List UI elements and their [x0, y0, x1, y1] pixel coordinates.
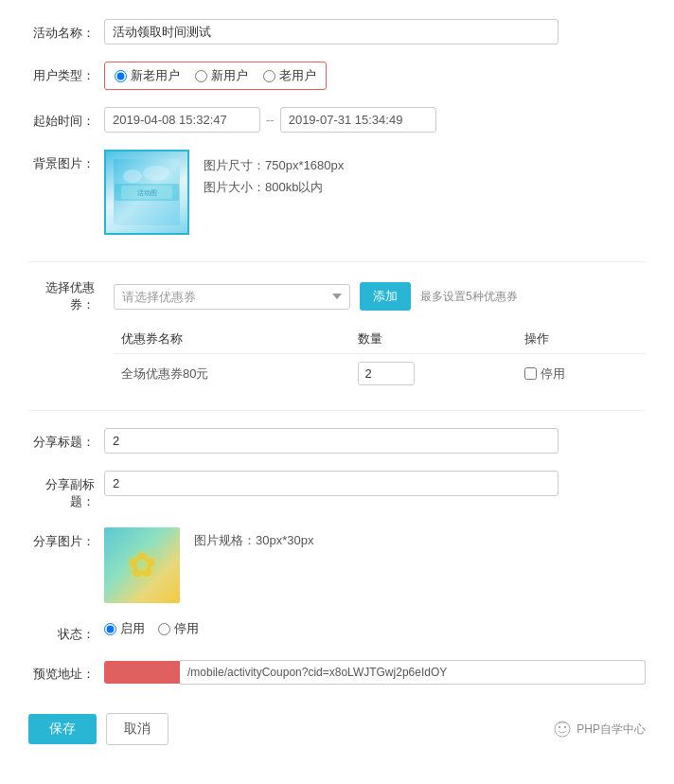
time-row: 起始时间： -- [28, 107, 646, 133]
coupon-quantity-cell [350, 354, 516, 394]
activity-name-input[interactable] [104, 19, 559, 45]
bg-image-info: 图片尺寸：750px*1680px 图片大小：800kb以内 [204, 150, 344, 199]
radio-old-users-input[interactable] [263, 70, 275, 82]
radio-new-users-input[interactable] [195, 70, 207, 82]
coupon-quantity-input[interactable] [358, 362, 415, 385]
bg-image-content: 活动图 图片尺寸：750px*1680px 图片大小：800kb以内 [104, 150, 646, 235]
activity-name-label: 活动名称： [28, 19, 104, 42]
activity-name-row: 活动名称： [28, 19, 646, 45]
status-content: 启用 停用 [104, 620, 646, 637]
coupon-table-head: 优惠券名称 数量 操作 [114, 325, 646, 354]
share-title-label: 分享标题： [28, 428, 104, 451]
bg-image-svg: 活动图 [114, 159, 180, 225]
preview-url-label: 预览地址： [28, 660, 104, 683]
coupon-table-body: 全场优惠券80元 停用 [114, 354, 646, 394]
radio-all-users-label: 新老用户 [131, 67, 180, 84]
coupon-action-cell: 停用 [517, 354, 646, 394]
radio-new-users[interactable]: 新用户 [195, 67, 248, 84]
user-type-radio-group: 新老用户 新用户 老用户 [104, 62, 327, 90]
coupon-disable-checkbox[interactable] [524, 367, 537, 380]
share-subtitle-input[interactable] [104, 471, 559, 496]
bg-image-size: 图片尺寸：750px*1680px [204, 154, 344, 176]
coupon-table: 优惠券名称 数量 操作 全场优惠券80元 停用 [114, 325, 646, 393]
radio-all-users[interactable]: 新老用户 [115, 67, 180, 84]
share-image-label: 分享图片： [28, 527, 104, 550]
share-subtitle-content [104, 471, 646, 496]
activity-name-content [104, 19, 646, 45]
svg-point-7 [564, 726, 566, 728]
end-time-input[interactable] [280, 107, 436, 133]
brand-icon [554, 721, 571, 738]
table-row: 全场优惠券80元 停用 [114, 354, 646, 394]
radio-new-users-label: 新用户 [211, 67, 248, 84]
coupon-select-row: 选择优惠券： 请选择优惠券 添加 最多设置5种优惠券 [28, 279, 646, 313]
user-type-content: 新老用户 新用户 老用户 [104, 62, 646, 90]
share-image-row: 分享图片： 图片规格：30px*30px [28, 527, 646, 603]
status-enable-label: 启用 [120, 620, 145, 637]
share-image-inner [104, 527, 180, 603]
share-image-content: 图片规格：30px*30px [104, 527, 646, 603]
svg-rect-1 [121, 186, 172, 199]
preview-url-display: /mobile/activityCoupon?cid=x8oLWJTGwj2p6… [104, 660, 646, 685]
share-image-thumb[interactable] [104, 527, 180, 603]
start-time-input[interactable] [104, 107, 260, 133]
url-text-part: /mobile/activityCoupon?cid=x8oLWJTGwj2p6… [180, 660, 646, 685]
coupon-select[interactable]: 请选择优惠券 [114, 284, 350, 310]
coupon-col-name: 优惠券名称 [114, 325, 350, 354]
url-red-part [104, 661, 180, 684]
add-coupon-tip: 最多设置5种优惠券 [420, 289, 518, 305]
status-disable-input[interactable] [158, 623, 170, 635]
user-type-row: 用户类型： 新老用户 新用户 老用户 [28, 62, 646, 90]
svg-text:活动图: 活动图 [137, 189, 157, 196]
coupon-name-cell: 全场优惠券80元 [114, 354, 350, 394]
share-img-area: 图片规格：30px*30px [104, 527, 646, 603]
share-subtitle-row: 分享副标题： [28, 471, 646, 510]
coupon-disable-label: 停用 [541, 365, 565, 383]
radio-all-users-input[interactable] [115, 70, 127, 82]
coupon-disable-row: 停用 [524, 365, 638, 383]
time-content: -- [104, 107, 646, 133]
bg-image-area: 活动图 图片尺寸：750px*1680px 图片大小：800kb以内 [104, 150, 646, 235]
bg-image-thumb[interactable]: 活动图 [104, 150, 189, 235]
bg-image-maxsize: 图片大小：800kb以内 [204, 176, 344, 198]
share-title-input[interactable] [104, 428, 559, 454]
bg-image-thumb-inner: 活动图 [106, 151, 187, 233]
cancel-button[interactable]: 取消 [106, 713, 168, 745]
footer-brand-area: PHP自学中心 [554, 721, 646, 738]
radio-old-users[interactable]: 老用户 [263, 67, 316, 84]
svg-point-4 [143, 166, 169, 181]
status-disable-label: 停用 [174, 620, 199, 637]
status-radio-group: 启用 停用 [104, 620, 646, 637]
footer-brand-label: PHP自学中心 [576, 722, 646, 738]
coupon-select-label: 选择优惠券： [28, 279, 104, 313]
share-section: 分享标题： 分享副标题： 分享图片： 图片规格：30px*30px [28, 410, 646, 685]
share-subtitle-label: 分享副标题： [28, 471, 104, 510]
status-disable[interactable]: 停用 [158, 620, 199, 637]
radio-old-users-label: 老用户 [279, 67, 316, 84]
coupon-col-quantity: 数量 [350, 325, 516, 354]
user-type-label: 用户类型： [28, 62, 104, 84]
time-label: 起始时间： [28, 107, 104, 130]
bottom-actions: 保存 取消 PHP自学中心 [28, 704, 646, 745]
share-image-spec: 图片规格：30px*30px [194, 527, 313, 549]
coupon-table-header-row: 优惠券名称 数量 操作 [114, 325, 646, 354]
bg-image-row: 背景图片： [28, 150, 646, 235]
status-row: 状态： 启用 停用 [28, 620, 646, 643]
share-title-content [104, 428, 646, 454]
time-separator: -- [266, 113, 275, 127]
time-inputs: -- [104, 107, 646, 133]
bg-image-label: 背景图片： [28, 150, 104, 172]
preview-url-row: 预览地址： /mobile/activityCoupon?cid=x8oLWJT… [28, 660, 646, 685]
svg-point-6 [559, 726, 560, 728]
coupon-col-action: 操作 [517, 325, 646, 354]
status-label: 状态： [28, 620, 104, 643]
status-enable[interactable]: 启用 [104, 620, 145, 637]
preview-url-content: /mobile/activityCoupon?cid=x8oLWJTGwj2p6… [104, 660, 646, 685]
status-enable-input[interactable] [104, 623, 116, 635]
page-container: 活动名称： 用户类型： 新老用户 新用户 老用户 [0, 0, 674, 784]
svg-point-3 [123, 169, 142, 183]
add-coupon-button[interactable]: 添加 [360, 282, 411, 311]
save-button[interactable]: 保存 [28, 714, 97, 744]
share-title-row: 分享标题： [28, 428, 646, 454]
coupon-section: 选择优惠券： 请选择优惠券 添加 最多设置5种优惠券 优惠券名称 数量 操作 全… [28, 261, 646, 393]
